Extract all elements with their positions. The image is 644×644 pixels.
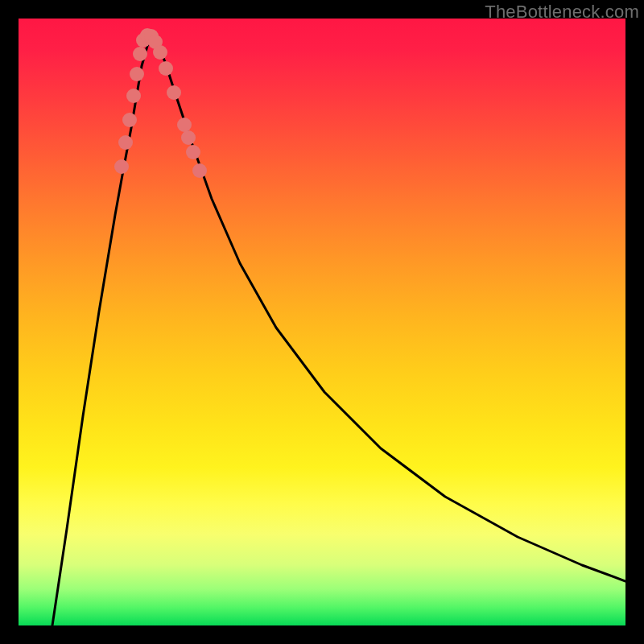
markers-dots [114, 28, 207, 178]
curve-path [52, 38, 625, 625]
marker-dot [177, 118, 192, 132]
marker-dot [167, 85, 181, 100]
chart-container: TheBottleneck.com [0, 0, 644, 644]
marker-dot [122, 113, 137, 127]
marker-dot [126, 89, 141, 103]
watermark-text: TheBottleneck.com [485, 2, 639, 23]
marker-dot [153, 45, 167, 60]
marker-dot [114, 159, 129, 174]
series-curve [52, 38, 625, 625]
marker-dot [133, 47, 147, 61]
chart-svg [19, 19, 625, 625]
marker-dot [118, 135, 133, 150]
plot-area [19, 19, 625, 625]
marker-dot [181, 130, 196, 145]
marker-dot [186, 145, 200, 159]
marker-dot [192, 163, 207, 178]
marker-dot [159, 61, 173, 76]
marker-dot [130, 67, 144, 81]
